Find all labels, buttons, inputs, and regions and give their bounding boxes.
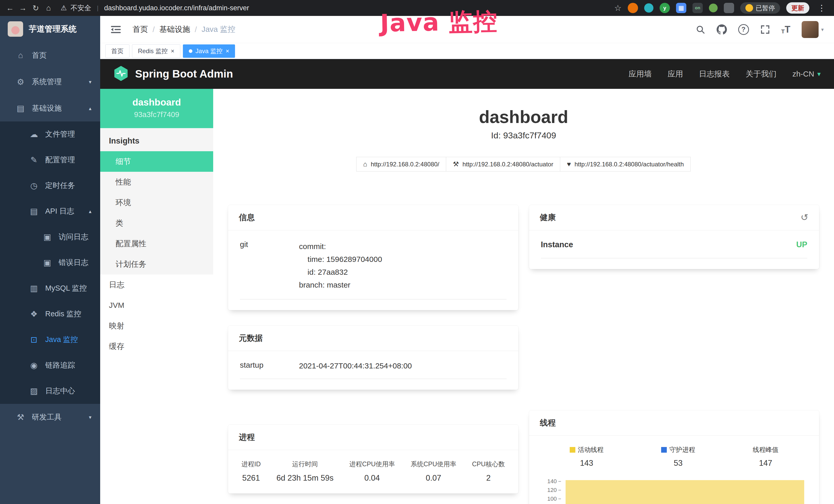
instance-link-actuator[interactable]: ⚒ http://192.168.0.2:48080/actuator xyxy=(446,157,560,171)
process-metric: 系统CPU使用率 0.07 xyxy=(411,460,456,483)
info-card: 信息 git commit: time: 1596289704000 xyxy=(228,205,518,310)
extensions-puzzle-icon[interactable] xyxy=(724,3,734,13)
instance-header[interactable]: dashboard 93a3fc7f7409 xyxy=(100,89,213,128)
sidebar-item-system-management[interactable]: ⚙ 系统管理 ▾ xyxy=(0,69,100,95)
git-time-line: time: 1596289704000 xyxy=(299,253,382,266)
tab-redis-monitor[interactable]: Redis 监控 × xyxy=(132,44,180,58)
instance-link-health[interactable]: ♥ http://192.168.0.2:48080/actuator/heal… xyxy=(560,157,691,171)
extension-icon-3[interactable]: y xyxy=(660,3,670,13)
sidebar-item-mysql-monitor[interactable]: ▥ MySQL 监控 xyxy=(0,275,100,301)
sba-header: Spring Boot Admin 应用墙 应用 日志报表 关于我们 zh-CN… xyxy=(100,59,834,89)
tools-icon: ⚒ xyxy=(16,412,26,422)
breadcrumb-home[interactable]: 首页 xyxy=(133,24,148,35)
extension-icon-2[interactable] xyxy=(644,3,654,13)
sba-nav-journal[interactable]: 日志报表 xyxy=(699,69,730,79)
fullscreen-icon[interactable] xyxy=(760,25,770,35)
process-metric: 运行时间 6d 23h 15m 59s xyxy=(277,460,333,483)
update-button[interactable]: 更新 xyxy=(786,2,809,14)
help-icon[interactable]: ? xyxy=(738,24,749,35)
threads-card-title: 线程 xyxy=(540,417,556,428)
document-icon: ▤ xyxy=(29,206,39,216)
sidebar-item-access-logs[interactable]: ▣ 访问日志 xyxy=(0,224,100,250)
sidebar-item-label: 日志中心 xyxy=(45,386,75,396)
extension-icon-1[interactable] xyxy=(628,3,638,13)
sba-nav-scheduled-tasks[interactable]: 计划任务 xyxy=(100,254,213,274)
sidebar-item-label: Redis 监控 xyxy=(45,309,81,319)
spring-boot-admin: Spring Boot Admin 应用墙 应用 日志报表 关于我们 zh-CN… xyxy=(100,59,834,504)
eye-icon: ◉ xyxy=(29,361,39,370)
security-warning-icon[interactable]: ⚠ xyxy=(61,4,67,12)
sidebar-item-java-monitor[interactable]: ⊡ Java 监控 xyxy=(0,327,100,352)
font-size-icon[interactable]: T T xyxy=(781,24,790,35)
extension-icon-6[interactable] xyxy=(709,4,718,12)
sidebar-item-label: 首页 xyxy=(32,50,47,61)
sba-nav-applications[interactable]: 应用 xyxy=(667,69,683,79)
sba-nav-wallboard[interactable]: 应用墙 xyxy=(629,69,652,79)
sidebar-item-api-logs[interactable]: ▤ API 日志 ▴ xyxy=(0,199,100,224)
sba-nav-config-properties[interactable]: 配置属性 xyxy=(100,233,213,254)
sba-nav-logs[interactable]: 日志 xyxy=(100,274,213,295)
tab-home[interactable]: 首页 xyxy=(105,44,129,58)
close-icon[interactable]: × xyxy=(171,47,174,55)
tab-java-monitor[interactable]: Java 监控 × xyxy=(183,44,235,58)
legend-swatch-blue xyxy=(661,447,667,453)
gear-icon: ⚙ xyxy=(16,77,26,87)
browser-reload-icon[interactable]: ↻ xyxy=(30,2,42,14)
sidebar-item-dev-tools[interactable]: ⚒ 研发工具 ▾ xyxy=(0,404,100,430)
sidebar-item-config-management[interactable]: ✎ 配置管理 xyxy=(0,147,100,173)
app-frame: 芋道管理系统 ⌂ 首页 ⚙ 系统管理 ▾ ▤ 基础设施 ▴ ☁ 文件管理 xyxy=(0,16,834,504)
sba-nav-environment[interactable]: 环境 xyxy=(100,192,213,213)
legend-peak-threads: 线程峰值 147 xyxy=(753,445,778,468)
instance-link-home[interactable]: ⌂ http://192.168.0.2:48080/ xyxy=(356,157,446,171)
sba-nav-caches[interactable]: 缓存 xyxy=(100,336,213,357)
bookmark-star-icon[interactable]: ☆ xyxy=(614,3,621,13)
user-menu[interactable]: ▾ xyxy=(802,21,824,38)
refresh-history-icon[interactable]: ↺ xyxy=(800,212,808,223)
sidebar-collapse-icon[interactable] xyxy=(110,25,121,35)
startup-row-value: 2021-04-27T00:44:31.254+08:00 xyxy=(299,361,412,371)
monitor-icon: ⊡ xyxy=(29,335,39,345)
sba-nav-performance[interactable]: 性能 xyxy=(100,172,213,192)
metric-value: 6d 23h 15m 59s xyxy=(277,474,333,483)
paused-badge[interactable]: 已暂停 xyxy=(740,2,780,14)
yudao-logo-image xyxy=(8,21,23,37)
sba-nav-jvm[interactable]: JVM xyxy=(100,295,213,316)
close-icon[interactable]: × xyxy=(225,47,229,55)
sidebar-item-log-center[interactable]: ▨ 日志中心 xyxy=(0,378,100,404)
yudao-logo[interactable]: 芋道管理系统 xyxy=(0,16,100,42)
browser-back-icon[interactable]: ← xyxy=(4,2,16,14)
sidebar-item-scheduled-tasks[interactable]: ◷ 定时任务 xyxy=(0,173,100,199)
live-threads-area xyxy=(566,480,805,504)
health-card: 健康 ↺ Instance UP xyxy=(529,205,819,269)
threads-chart: 140 120 100 xyxy=(541,477,808,504)
extension-icon-4[interactable]: ▦ xyxy=(676,3,686,13)
sba-nav-about[interactable]: 关于我们 xyxy=(746,69,776,79)
avatar xyxy=(802,21,818,38)
sidebar-item-error-logs[interactable]: ▣ 错误日志 xyxy=(0,250,100,275)
sidebar-item-redis-monitor[interactable]: ❖ Redis 监控 xyxy=(0,301,100,327)
address-bar[interactable]: ⚠ 不安全 | dashboard.yudao.iocoder.cn/infra… xyxy=(61,3,613,13)
link-url: http://192.168.0.2:48080/actuator/health xyxy=(575,161,684,168)
browser-menu-icon[interactable]: ⋮ xyxy=(815,3,828,13)
sidebar-item-label: Java 监控 xyxy=(45,335,78,345)
breadcrumb-infrastructure[interactable]: 基础设施 xyxy=(159,24,190,35)
sidebar-item-home[interactable]: ⌂ 首页 xyxy=(0,42,100,69)
sidebar-item-file-management[interactable]: ☁ 文件管理 xyxy=(0,121,100,147)
y-axis-tick: 140 xyxy=(541,478,561,485)
sba-nav-mappings[interactable]: 映射 xyxy=(100,316,213,336)
sidebar-item-infrastructure[interactable]: ▤ 基础设施 ▴ xyxy=(0,95,100,121)
sba-nav-classes[interactable]: 类 xyxy=(100,213,213,233)
sba-nav-details[interactable]: 细节 xyxy=(100,151,213,172)
sidebar-item-label: 系统管理 xyxy=(32,77,62,87)
language-selector[interactable]: zh-CN ▾ xyxy=(792,70,821,78)
search-icon[interactable] xyxy=(696,25,705,35)
browser-home-icon[interactable]: ⌂ xyxy=(43,2,54,14)
sidebar-item-label: 配置管理 xyxy=(45,155,75,165)
sidebar-item-label: API 日志 xyxy=(45,206,74,216)
browser-forward-icon[interactable]: → xyxy=(17,2,29,14)
startup-row: startup 2021-04-27T00:44:31.254+08:00 xyxy=(240,361,506,379)
github-icon[interactable] xyxy=(717,24,727,35)
extension-icon-5[interactable]: on xyxy=(693,3,703,13)
sidebar-item-tracing[interactable]: ◉ 链路追踪 xyxy=(0,352,100,378)
sidebar-item-label: 基础设施 xyxy=(32,103,62,113)
